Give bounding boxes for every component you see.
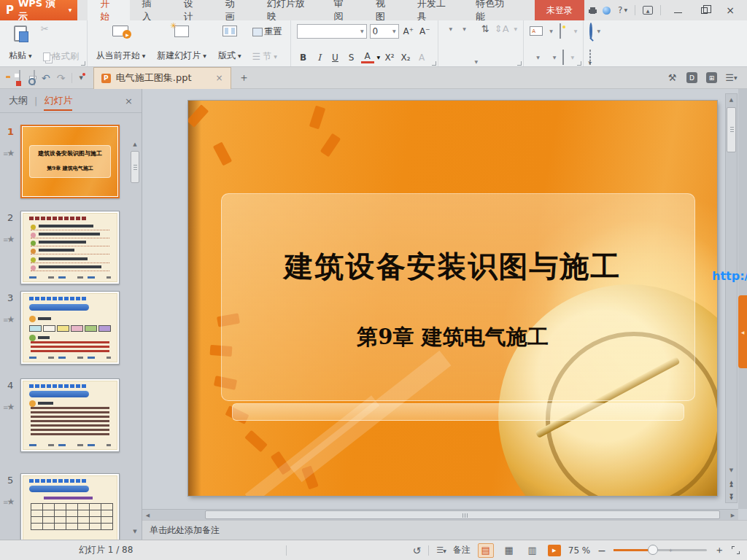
animation-star-icon[interactable]: ≡★ bbox=[3, 314, 13, 324]
tab-outline[interactable]: 大纲 bbox=[9, 94, 28, 107]
history-icon[interactable]: ↺ bbox=[413, 545, 422, 556]
document-tab[interactable]: P 电气施工图集.ppt × bbox=[93, 67, 231, 89]
scrollbar-thumb[interactable] bbox=[727, 107, 736, 152]
tab-slides[interactable]: 幻灯片 bbox=[44, 94, 72, 111]
slide-canvas[interactable]: 建筑设备安装识图与施工 第9章 建筑电气施工 bbox=[188, 101, 717, 496]
paste-button[interactable]: 粘贴▼ bbox=[6, 24, 35, 63]
hide-ribbon-icon[interactable]: ▲ bbox=[643, 6, 653, 15]
find-button[interactable] bbox=[589, 24, 592, 38]
customize-qat-button[interactable]: ▼ bbox=[79, 75, 82, 81]
panel-scrollbar[interactable]: ▲ ▼ bbox=[130, 139, 140, 537]
reset-button[interactable]: 重置 bbox=[250, 24, 285, 39]
fit-slide-button[interactable] bbox=[732, 546, 740, 554]
task-pane-toggle[interactable]: ◀ bbox=[738, 295, 747, 368]
chevron-down-icon[interactable]: ▼ bbox=[449, 27, 453, 31]
login-button[interactable]: 未登录 bbox=[535, 0, 584, 20]
scroll-up-icon[interactable]: ▲ bbox=[130, 139, 140, 149]
redo-button[interactable]: ↷ bbox=[57, 73, 66, 83]
layout-button[interactable]: 版式▼ bbox=[215, 24, 244, 63]
menu-tab-special-features[interactable]: 特色功能 bbox=[463, 0, 522, 20]
dialog-launcher-icon[interactable] bbox=[517, 61, 522, 66]
subscript-button[interactable]: X₂ bbox=[399, 50, 412, 64]
dialog-launcher-icon[interactable] bbox=[577, 61, 581, 66]
notes-toggle-button[interactable]: 备注 bbox=[453, 544, 471, 556]
text-direction-button[interactable]: ⇅ bbox=[481, 24, 489, 34]
clear-format-button[interactable]: A bbox=[415, 50, 428, 64]
assistant-tools-icon[interactable]: ⚒ bbox=[667, 72, 678, 83]
previous-slide-icon[interactable]: ▲▲ bbox=[726, 478, 737, 489]
next-slide-icon[interactable]: ▼▼ bbox=[726, 491, 737, 502]
cut-icon[interactable]: ✂ bbox=[41, 24, 49, 34]
superscript-button[interactable]: X² bbox=[383, 50, 396, 64]
slide-thumbnail-2[interactable] bbox=[20, 211, 120, 284]
shape-effects-button[interactable] bbox=[562, 50, 564, 64]
slide-title-text[interactable]: 建筑设备安装识图与施工 bbox=[188, 246, 717, 287]
slideshow-button[interactable]: ▶ bbox=[548, 545, 561, 556]
docer-icon[interactable]: D bbox=[686, 72, 697, 83]
scroll-left-icon[interactable]: ◀ bbox=[142, 510, 153, 521]
dialog-launcher-icon[interactable] bbox=[432, 61, 436, 66]
wps-menu-button[interactable]: P WPS 演示 ▼ bbox=[0, 0, 77, 20]
grow-font-button[interactable]: A⁺ bbox=[402, 25, 416, 39]
slide-sorter-view-button[interactable]: ▦ bbox=[501, 543, 517, 558]
font-color-button[interactable]: A bbox=[361, 52, 374, 63]
chevron-down-icon[interactable]: ▼ bbox=[462, 27, 466, 31]
select-button[interactable] bbox=[589, 50, 591, 64]
help-button[interactable]: ?▼ bbox=[618, 5, 627, 15]
undo-button[interactable]: ↶ bbox=[42, 73, 50, 83]
bold-button[interactable]: B bbox=[297, 50, 310, 64]
minimize-button[interactable] bbox=[668, 0, 687, 20]
scroll-down-icon[interactable]: ▼ bbox=[726, 464, 737, 475]
menu-tab-slideshow[interactable]: 幻灯片放映 bbox=[255, 0, 322, 20]
menu-tab-devtools[interactable]: 开发工具 bbox=[405, 0, 463, 20]
scrollbar-thumb[interactable] bbox=[205, 510, 720, 519]
scroll-up-icon[interactable]: ▲ bbox=[726, 94, 737, 105]
scrollbar-thumb[interactable] bbox=[131, 151, 139, 183]
chevron-down-icon[interactable]: ▼ bbox=[553, 55, 557, 60]
message-center-icon[interactable]: ☰▼ bbox=[726, 72, 737, 83]
menu-tab-view[interactable]: 视图 bbox=[363, 0, 405, 20]
new-slide-button[interactable]: 新建幻灯片▼ bbox=[154, 24, 209, 63]
zoom-slider-handle[interactable] bbox=[648, 545, 658, 555]
chevron-down-icon[interactable]: ▼ bbox=[377, 55, 381, 60]
format-painter-button[interactable]: 格式刷 bbox=[41, 49, 81, 64]
dialog-launcher-icon[interactable] bbox=[81, 61, 85, 66]
section-button[interactable]: ☰ 节 ▼ bbox=[250, 49, 285, 64]
menu-tab-animation[interactable]: 动画 bbox=[213, 0, 255, 20]
slide-thumbnail-3[interactable] bbox=[20, 291, 120, 365]
horizontal-scrollbar[interactable]: ◀ ▶ bbox=[142, 509, 738, 520]
underline-button[interactable]: U bbox=[329, 50, 342, 64]
close-button[interactable]: × bbox=[721, 0, 740, 20]
print-preview-button[interactable] bbox=[34, 71, 35, 85]
restore-button[interactable] bbox=[694, 0, 713, 20]
export-pdf-button[interactable] bbox=[19, 71, 20, 85]
line-spacing-button[interactable]: ⇕A bbox=[495, 24, 509, 34]
animation-star-icon[interactable]: ≡★ bbox=[3, 234, 13, 244]
close-document-icon[interactable]: × bbox=[216, 73, 223, 83]
shrink-font-button[interactable]: A⁻ bbox=[418, 25, 432, 39]
text-box-button[interactable]: A bbox=[530, 26, 543, 36]
chevron-down-icon[interactable]: ▼ bbox=[536, 55, 540, 60]
slide-subtitle-text[interactable]: 第9章 建筑电气施工 bbox=[188, 323, 717, 352]
normal-view-button[interactable]: ▤ bbox=[478, 543, 494, 558]
animation-star-icon[interactable]: ≡★ bbox=[3, 497, 13, 507]
chevron-down-icon[interactable]: ▼ bbox=[475, 60, 479, 64]
slide-thumbnail-5[interactable] bbox=[20, 473, 120, 540]
reading-view-button[interactable]: ▥ bbox=[525, 543, 541, 558]
zoom-slider[interactable]: ＋ bbox=[614, 549, 707, 551]
slide-thumbnail-1[interactable]: 建筑设备安装识图与施工 第9章 建筑电气施工 bbox=[20, 125, 120, 198]
chevron-down-icon[interactable]: ▼ bbox=[549, 29, 553, 34]
strikethrough-button[interactable]: S bbox=[345, 50, 358, 64]
skin-icon[interactable] bbox=[590, 7, 595, 14]
notes-input[interactable]: 单击此处添加备注 bbox=[142, 520, 747, 540]
scroll-down-icon[interactable]: ▼ bbox=[130, 526, 140, 537]
animation-star-icon[interactable]: ≡★ bbox=[3, 148, 13, 158]
font-size-select[interactable]: 0▼ bbox=[370, 24, 399, 39]
slide-thumbnail-4[interactable] bbox=[20, 378, 120, 452]
animation-star-icon[interactable]: ≡★ bbox=[3, 402, 13, 412]
zoom-out-button[interactable]: − bbox=[597, 545, 606, 556]
insert-picture-button[interactable] bbox=[560, 24, 561, 38]
italic-button[interactable]: I bbox=[313, 50, 326, 64]
apps-center-icon[interactable]: ⊞ bbox=[706, 72, 717, 83]
zoom-in-button[interactable]: ＋ bbox=[714, 544, 724, 557]
